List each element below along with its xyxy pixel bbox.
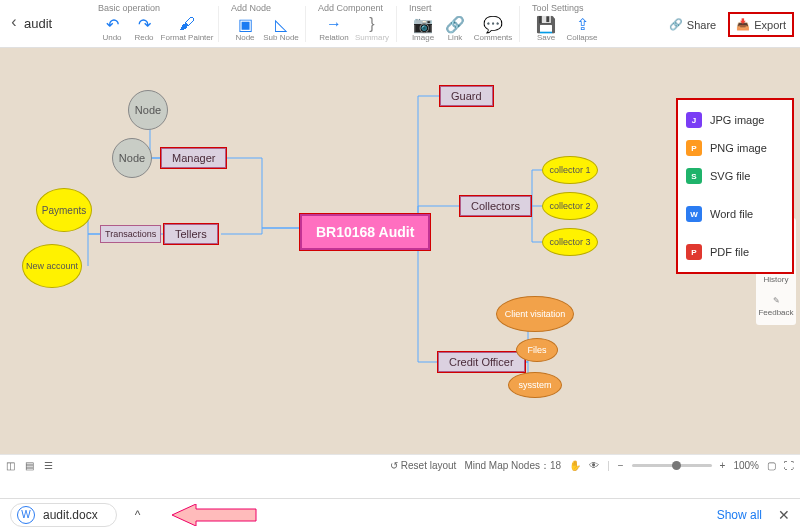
group-addcomp-label: Add Component bbox=[316, 2, 392, 14]
node-icon: ▣ bbox=[236, 15, 254, 33]
group-addnode-label: Add Node bbox=[229, 2, 301, 14]
reset-layout-button[interactable]: ↺ Reset layout bbox=[390, 460, 456, 471]
fit-screen[interactable]: ▢ bbox=[767, 460, 776, 471]
summary-icon: } bbox=[363, 15, 381, 33]
node-count-display: Mind Map Nodes：18 bbox=[464, 459, 561, 473]
node-ellipse-2[interactable]: Node bbox=[112, 138, 152, 178]
canvas-status-bar: ◫ ▤ ☰ ↺ Reset layout Mind Map Nodes：18 ✋… bbox=[0, 454, 800, 476]
share-button[interactable]: 🔗Share bbox=[663, 14, 722, 35]
node-new-account[interactable]: New account bbox=[22, 244, 82, 288]
zoom-in[interactable]: + bbox=[720, 460, 726, 471]
insert-link-button[interactable]: 🔗Link bbox=[439, 14, 471, 42]
feedback-button[interactable]: ✎Feedback bbox=[756, 288, 796, 321]
relation-icon: → bbox=[325, 15, 343, 33]
file-chevron-up[interactable]: ^ bbox=[135, 508, 141, 522]
collapse-button[interactable]: ⇪Collapse bbox=[562, 14, 602, 42]
node-collector-1[interactable]: collector 1 bbox=[542, 156, 598, 184]
group-toolsettings-label: Tool Settings bbox=[530, 2, 602, 14]
png-file-icon: P bbox=[686, 140, 702, 156]
node-collector-3[interactable]: collector 3 bbox=[542, 228, 598, 256]
node-payments[interactable]: Payments bbox=[36, 188, 92, 232]
redo-button[interactable]: ↷Redo bbox=[128, 14, 160, 42]
redo-icon: ↷ bbox=[135, 15, 153, 33]
view-mode-2[interactable]: ▤ bbox=[25, 460, 34, 471]
node-manager[interactable]: Manager bbox=[161, 148, 226, 168]
canvas-area: BR10168 Audit Manager Tellers Transactio… bbox=[0, 48, 800, 476]
show-all-downloads[interactable]: Show all bbox=[717, 508, 762, 522]
export-jpg[interactable]: JJPG image bbox=[682, 106, 788, 134]
node-collector-2[interactable]: collector 2 bbox=[542, 192, 598, 220]
node-guard[interactable]: Guard bbox=[440, 86, 493, 106]
summary-button[interactable]: }Summary bbox=[352, 14, 392, 42]
export-pdf[interactable]: PPDF file bbox=[682, 238, 788, 266]
top-toolbar: ‹ Basic operation ↶Undo ↷Redo 🖌Format Pa… bbox=[0, 0, 800, 48]
undo-icon: ↶ bbox=[103, 15, 121, 33]
back-button[interactable]: ‹ bbox=[4, 2, 24, 42]
eye-tool[interactable]: 👁 bbox=[589, 460, 599, 471]
word-doc-icon: W bbox=[17, 506, 35, 524]
pink-arrow-annotation bbox=[168, 504, 258, 526]
export-svg[interactable]: SSVG file bbox=[682, 162, 788, 190]
add-subnode-button[interactable]: ◺Sub Node bbox=[261, 14, 301, 42]
svg-file-icon: S bbox=[686, 168, 702, 184]
pdf-file-icon: P bbox=[686, 244, 702, 260]
divider bbox=[519, 6, 520, 42]
node-transactions[interactable]: Transactions bbox=[100, 225, 161, 243]
downloaded-file-chip[interactable]: W audit.docx bbox=[10, 503, 117, 527]
group-basic-label: Basic operation bbox=[96, 2, 214, 14]
divider bbox=[396, 6, 397, 42]
svg-marker-0 bbox=[172, 504, 256, 526]
relation-button[interactable]: →Relation bbox=[316, 14, 352, 42]
node-files[interactable]: Files bbox=[516, 338, 558, 362]
node-tellers[interactable]: Tellers bbox=[164, 224, 218, 244]
download-bar: W audit.docx ^ Show all ✕ bbox=[0, 498, 800, 530]
save-icon: 💾 bbox=[537, 15, 555, 33]
node-ellipse-1[interactable]: Node bbox=[128, 90, 168, 130]
divider bbox=[218, 6, 219, 42]
collapse-icon: ⇪ bbox=[573, 15, 591, 33]
export-png[interactable]: PPNG image bbox=[682, 134, 788, 162]
fullscreen[interactable]: ⛶ bbox=[784, 460, 794, 471]
node-client-visitation[interactable]: Client visitation bbox=[496, 296, 574, 332]
group-insert-label: Insert bbox=[407, 2, 515, 14]
share-icon: 🔗 bbox=[669, 18, 683, 31]
comments-icon: 💬 bbox=[484, 15, 502, 33]
format-painter-icon: 🖌 bbox=[178, 15, 196, 33]
close-download-bar[interactable]: ✕ bbox=[778, 507, 790, 523]
node-credit-officer[interactable]: Credit Officer bbox=[438, 352, 525, 372]
link-icon: 🔗 bbox=[446, 15, 464, 33]
document-title-input[interactable] bbox=[24, 16, 84, 31]
save-button[interactable]: 💾Save bbox=[530, 14, 562, 42]
jpg-file-icon: J bbox=[686, 112, 702, 128]
undo-button[interactable]: ↶Undo bbox=[96, 14, 128, 42]
image-icon: 📷 bbox=[414, 15, 432, 33]
add-node-button[interactable]: ▣Node bbox=[229, 14, 261, 42]
export-button[interactable]: 📥Export bbox=[728, 12, 794, 37]
insert-image-button[interactable]: 📷Image bbox=[407, 14, 439, 42]
downloaded-filename: audit.docx bbox=[43, 508, 98, 522]
zoom-level: 100% bbox=[733, 460, 759, 471]
zoom-slider[interactable] bbox=[632, 464, 712, 467]
node-system[interactable]: sysstem bbox=[508, 372, 562, 398]
export-menu: JJPG image PPNG image SSVG file WWord fi… bbox=[676, 98, 794, 274]
node-collectors[interactable]: Collectors bbox=[460, 196, 531, 216]
word-file-icon: W bbox=[686, 206, 702, 222]
export-word[interactable]: WWord file bbox=[682, 200, 788, 228]
subnode-icon: ◺ bbox=[272, 15, 290, 33]
format-painter-button[interactable]: 🖌Format Painter bbox=[160, 14, 214, 42]
view-mode-3[interactable]: ☰ bbox=[44, 460, 53, 471]
insert-comments-button[interactable]: 💬Comments bbox=[471, 14, 515, 42]
zoom-out[interactable]: − bbox=[618, 460, 624, 471]
view-mode-1[interactable]: ◫ bbox=[6, 460, 15, 471]
feedback-icon: ✎ bbox=[768, 292, 784, 308]
divider bbox=[305, 6, 306, 42]
hand-tool[interactable]: ✋ bbox=[569, 460, 581, 471]
root-node[interactable]: BR10168 Audit bbox=[300, 214, 430, 250]
export-icon: 📥 bbox=[736, 18, 750, 31]
